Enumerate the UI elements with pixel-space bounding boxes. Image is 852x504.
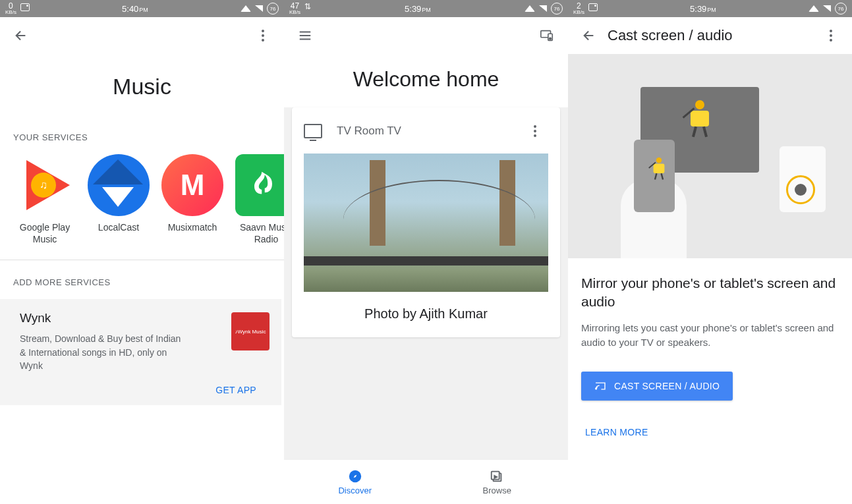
backdrop-caption: Photo by Ajith Kumar	[292, 292, 560, 324]
compass-icon	[348, 469, 362, 484]
mirror-heading: Mirror your phone's or tablet's screen a…	[581, 274, 839, 312]
nav-label: Browse	[483, 486, 511, 495]
service-localcast[interactable]: LocalCast	[82, 154, 156, 245]
mirror-description: Mirroring lets you cast your phone's or …	[581, 321, 839, 350]
nav-browse[interactable]: Browse	[426, 460, 569, 504]
service-musixmatch[interactable]: M Musixmatch	[156, 154, 229, 245]
hamburger-menu-button[interactable]	[292, 22, 318, 49]
clock: 5:39PM	[598, 4, 809, 14]
battery-icon: 76	[551, 3, 563, 14]
nav-discover[interactable]: Discover	[284, 460, 426, 504]
services-list: ♫ Google Play Music LocalCast M Musixmat…	[0, 154, 284, 245]
back-button[interactable]	[8, 22, 34, 49]
clock: 5:40PM	[30, 4, 241, 14]
learn-more-link[interactable]: LEARN MORE	[581, 427, 839, 437]
battery-icon: 76	[835, 3, 847, 14]
service-label: Saavn Music Radio	[229, 221, 284, 245]
get-app-button[interactable]: GET APP	[215, 385, 256, 395]
more-icon	[830, 30, 832, 42]
musixmatch-icon: M	[161, 154, 223, 216]
cell-icon	[823, 5, 831, 12]
saavn-icon	[235, 154, 284, 216]
device-name: TV Room TV	[337, 125, 522, 138]
bottom-nav: Discover Browse	[284, 459, 568, 504]
wifi-icon	[809, 5, 819, 12]
your-services-label: YOUR SERVICES	[0, 132, 284, 142]
add-service-card[interactable]: Wynk Stream, Download & Buy best of Indi…	[0, 299, 281, 405]
service-saavn[interactable]: Saavn Music Radio	[229, 154, 284, 245]
wynk-icon: ♪ Wynk Music	[231, 312, 270, 350]
wifi-icon	[525, 5, 535, 12]
gallery-icon	[588, 3, 598, 11]
add-service-desc: Stream, Download & Buy best of Indian & …	[11, 332, 188, 372]
browse-icon	[490, 469, 504, 484]
more-menu-button[interactable]	[818, 22, 844, 49]
cast-screen-button[interactable]: CAST SCREEN / AUDIO	[581, 372, 733, 401]
service-google-play-music[interactable]: ♫ Google Play Music	[8, 154, 82, 245]
tv-icon	[304, 124, 322, 138]
status-bar: 2KB/s 5:39PM 76	[568, 0, 852, 17]
download-icon: ⇅	[304, 2, 311, 11]
localcast-icon	[88, 154, 150, 216]
service-label: Google Play Music	[8, 221, 82, 245]
svg-point-6	[596, 388, 596, 389]
battery-icon: 76	[267, 3, 279, 14]
wifi-icon	[241, 5, 251, 12]
cast-icon	[594, 381, 606, 391]
service-label: LocalCast	[98, 221, 139, 233]
app-bar-title: Cast screen / audio	[608, 27, 818, 44]
cell-icon	[539, 5, 547, 12]
nav-label: Discover	[338, 486, 372, 495]
page-title: Music	[0, 74, 284, 99]
service-label: Musixmatch	[168, 221, 217, 233]
clock: 5:39PM	[311, 4, 525, 14]
add-more-label: ADD MORE SERVICES	[0, 277, 284, 287]
svg-point-2	[550, 38, 552, 40]
google-play-music-icon: ♫	[14, 154, 76, 216]
more-icon	[534, 125, 536, 137]
back-button[interactable]	[576, 22, 602, 49]
cast-button-label: CAST SCREEN / AUDIO	[614, 381, 720, 391]
cell-icon	[255, 5, 263, 12]
more-menu-button[interactable]	[250, 22, 276, 49]
illustration	[568, 54, 852, 258]
gallery-icon	[20, 3, 30, 11]
more-icon	[262, 30, 264, 42]
device-card[interactable]: TV Room TV Photo by Ajith Kumar	[292, 107, 560, 337]
devices-button[interactable]	[534, 22, 560, 49]
device-more-button[interactable]	[522, 118, 548, 144]
status-bar: 47KB/s ⇅ 5:39PM 76	[284, 0, 568, 17]
status-bar: 0KB/s 5:40PM 76	[0, 0, 284, 17]
welcome-title: Welcome home	[284, 54, 568, 107]
device-backdrop-image	[304, 154, 548, 292]
